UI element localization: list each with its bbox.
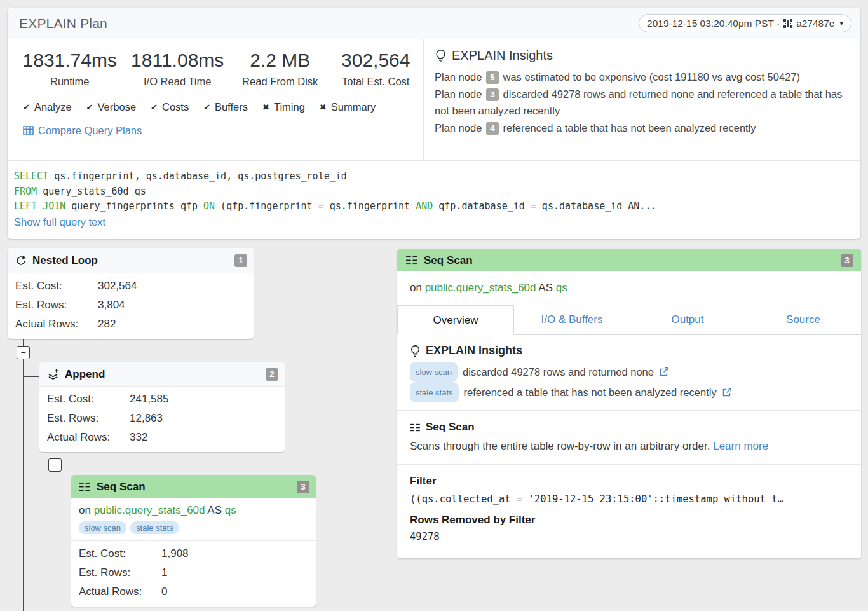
node-stat-row: Est. Cost:241,585 [47, 390, 277, 409]
page-title: EXPLAIN Plan [19, 16, 639, 31]
tag-stale-stats: stale stats [410, 382, 459, 402]
stat-runtime: 1831.74ms Runtime [17, 50, 123, 88]
table-grid-icon [23, 126, 34, 135]
loop-icon [15, 255, 27, 266]
flag-verbose: ✔ Verbose [86, 101, 136, 113]
fingerprint-id: a27487e [796, 18, 834, 29]
table-link[interactable]: public.query_stats_60d [425, 282, 536, 294]
tab-io-buffers[interactable]: I/O & Buffers [514, 305, 630, 334]
explain-plan-header: EXPLAIN Plan 2019-12-15 03:20:40pm PST ·… [8, 8, 860, 39]
table-rows-icon [79, 482, 91, 491]
node-type-description: Scans through the entire table row-by-ro… [410, 440, 710, 452]
external-link-icon[interactable] [659, 367, 669, 377]
node-stat-row: Actual Rows:0 [79, 582, 308, 601]
tree-connector-horizontal [24, 376, 39, 377]
query-text-box: SELECT qs.fingerprint, qs.database_id, q… [8, 160, 860, 228]
tag-stale-stats: stale stats [130, 521, 179, 534]
node-number-badge: 3 [841, 254, 853, 267]
insights-title: EXPLAIN Insights [452, 48, 553, 63]
lightbulb-icon [410, 345, 421, 357]
check-icon: ✔ [203, 102, 210, 112]
tree-connector-vertical [23, 331, 24, 611]
detail-tabs: Overview I/O & Buffers Output Source [397, 305, 861, 335]
explain-flags: ✔ Analyze ✔ Verbose ✔ Costs ✔ Buffers ✖ … [23, 101, 423, 113]
check-icon: ✔ [151, 102, 158, 112]
node-title: Nested Loop [32, 254, 229, 267]
lightbulb-icon [435, 49, 447, 63]
tab-source[interactable]: Source [745, 305, 861, 334]
explain-plan-card: EXPLAIN Plan 2019-12-15 03:20:40pm PST ·… [8, 8, 860, 239]
explain-insights-summary: EXPLAIN Insights Plan node 5 was estimat… [424, 39, 860, 160]
fingerprint-icon [783, 19, 792, 28]
node-stat-row: Est. Rows:1 [79, 563, 308, 582]
table-link[interactable]: public.query_stats_60d [94, 504, 205, 516]
show-full-query-link[interactable]: Show full query text [14, 216, 851, 228]
node-title: Append [65, 368, 260, 381]
rows-removed-value: 49278 [410, 531, 848, 542]
node-type-section: Seq Scan Scans through the entire table … [397, 411, 861, 464]
node-stat-row: Actual Rows:332 [47, 428, 277, 447]
append-layers-icon [47, 368, 59, 380]
node-table-reference: on public.query_stats_60d AS qs [71, 498, 316, 517]
plan-node-badge[interactable]: 4 [486, 122, 499, 135]
sql-line: LEFT JOIN query_fingerprints qfp ON (qfp… [14, 199, 851, 214]
stat-total-est-cost: 302,564 Total Est. Cost [328, 50, 423, 88]
check-icon: ✔ [23, 102, 30, 112]
stat-io-read-time: 1811.08ms I/O Read Time [123, 50, 231, 88]
detail-panel-header: Seq Scan 3 [397, 249, 861, 271]
compare-query-plans-link[interactable]: Compare Query Plans [23, 125, 423, 137]
plan-node-badge[interactable]: 3 [486, 88, 499, 101]
node-stat-row: Actual Rows:282 [15, 315, 246, 334]
external-link-icon[interactable] [722, 387, 732, 397]
detail-table-reference: on public.query_stats_60d AS qs [397, 271, 861, 305]
tab-output[interactable]: Output [630, 305, 745, 334]
collapse-toggle-append[interactable]: − [48, 458, 62, 472]
node-type-title: Seq Scan [426, 421, 475, 434]
alias-link[interactable]: qs [556, 282, 567, 294]
tree-connector-horizontal [55, 486, 71, 486]
detail-insight-item: stale stats referenced a table that has … [410, 382, 848, 402]
rows-removed-title: Rows Removed by Filter [410, 514, 848, 526]
chevron-down-icon: ▾ [839, 19, 843, 27]
sql-line: SELECT qs.fingerprint, qs.database_id, q… [14, 169, 851, 184]
detail-panel-title: Seq Scan [424, 254, 835, 267]
node-title: Seq Scan [97, 481, 291, 493]
detail-insights-title: EXPLAIN Insights [426, 344, 522, 357]
flag-analyze: ✔ Analyze [23, 101, 72, 113]
flag-timing: ✖ Timing [262, 101, 305, 113]
filter-expression: ((qs.collected_at = '2019-12-15 23:15:00… [410, 493, 848, 505]
alias-link[interactable]: qs [225, 504, 236, 516]
insight-item: Plan node 5 was estimated to be expensiv… [435, 69, 850, 86]
plan-timestamp-dropdown[interactable]: 2019-12-15 03:20:40pm PST · a27487e ▾ [639, 14, 851, 32]
insight-item: Plan node 4 referenced a table that has … [435, 120, 850, 137]
collapse-toggle-nested-loop[interactable]: − [17, 346, 30, 359]
filter-section: Filter ((qs.collected_at = '2019-12-15 2… [397, 465, 861, 553]
table-rows-icon [406, 256, 418, 265]
plan-node-nested-loop[interactable]: Nested Loop 1 Est. Cost:302,564 Est. Row… [8, 248, 254, 339]
timestamp-label: 2019-12-15 03:20:40pm PST · [647, 18, 780, 29]
detail-insight-item: slow scan discarded 49278 rows and retur… [410, 362, 848, 382]
tab-overview[interactable]: Overview [397, 305, 514, 335]
check-icon: ✔ [86, 102, 93, 112]
node-stat-row: Est. Rows:12,863 [47, 409, 277, 428]
node-stat-row: Est. Cost:1,908 [79, 544, 308, 563]
plan-stats: 1831.74ms Runtime 1811.08ms I/O Read Tim… [8, 39, 424, 160]
flag-summary: ✖ Summary [320, 101, 376, 113]
filter-title: Filter [410, 475, 848, 488]
plan-node-badge[interactable]: 5 [486, 71, 499, 84]
flag-buffers: ✔ Buffers [203, 101, 248, 113]
tag-slow-scan: slow scan [410, 362, 458, 382]
sql-line: FROM query_stats_60d qs [14, 184, 851, 200]
plan-node-seq-scan[interactable]: Seq Scan 3 on public.query_stats_60d AS … [71, 475, 316, 607]
plan-node-append[interactable]: Append 2 Est. Cost:241,585 Est. Rows:12,… [39, 362, 285, 452]
node-stat-row: Est. Cost:302,564 [15, 277, 246, 296]
node-stat-row: Est. Rows:3,804 [15, 296, 246, 315]
stat-read-from-disk: 2.2 MB Read From Disk [232, 50, 329, 88]
node-number-badge: 2 [266, 368, 278, 381]
cross-icon: ✖ [262, 102, 269, 112]
insight-item: Plan node 3 discarded 49278 rows and ret… [435, 86, 850, 120]
node-number-badge: 3 [297, 481, 309, 493]
tag-slow-scan: slow scan [79, 521, 126, 534]
learn-more-link[interactable]: Learn more [713, 440, 768, 452]
node-detail-panel: Seq Scan 3 on public.query_stats_60d AS … [397, 249, 861, 558]
